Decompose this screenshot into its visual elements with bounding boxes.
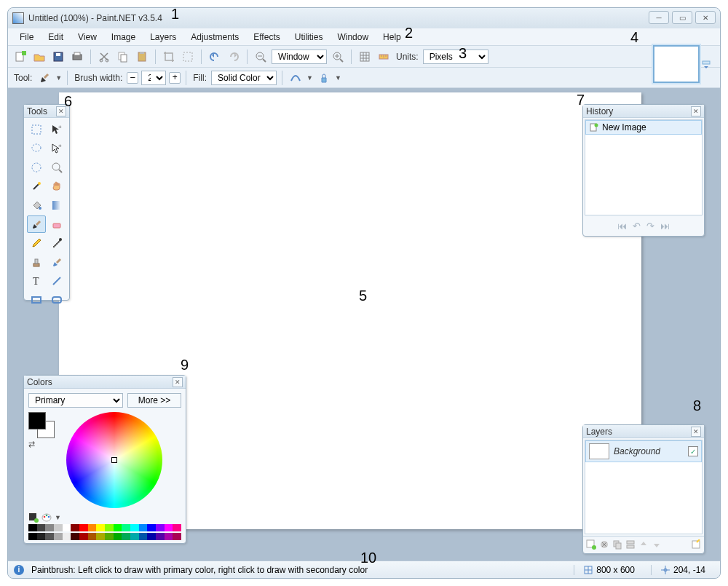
palette-options-icon[interactable] bbox=[41, 512, 52, 523]
menu-utilities[interactable]: Utilities bbox=[288, 30, 331, 44]
copy-icon[interactable] bbox=[115, 49, 131, 65]
colors-panel-close-icon[interactable]: ✕ bbox=[173, 377, 183, 387]
move-selection-tool[interactable]: + bbox=[47, 121, 66, 138]
history-panel: History ✕ New Image ⏮ ↶ ↷ ⏭ bbox=[582, 104, 705, 237]
brush-width-minus[interactable]: − bbox=[127, 72, 138, 84]
move-layer-up-icon[interactable] bbox=[638, 539, 649, 550]
paint-bucket-tool[interactable] bbox=[27, 197, 46, 214]
color-target-select[interactable]: Primary bbox=[28, 393, 123, 408]
history-undo-icon[interactable]: ↶ bbox=[633, 221, 641, 231]
rounded-rectangle-tool[interactable] bbox=[47, 291, 66, 309]
zoom-in-icon[interactable] bbox=[330, 49, 346, 65]
more-colors-button[interactable]: More >> bbox=[127, 393, 181, 408]
history-rewind-icon[interactable]: ⏮ bbox=[617, 221, 627, 231]
blend-mode-icon[interactable] bbox=[316, 70, 332, 86]
layers-panel: Layers ✕ Background ✓ bbox=[582, 424, 705, 554]
undo-icon[interactable] bbox=[207, 49, 223, 65]
history-redo-icon[interactable]: ↷ bbox=[646, 221, 654, 231]
rectangle-shape-tool[interactable] bbox=[27, 291, 46, 309]
history-panel-close-icon[interactable]: ✕ bbox=[691, 106, 701, 116]
svg-point-68 bbox=[44, 516, 46, 518]
layer-visibility-checkbox[interactable]: ✓ bbox=[688, 446, 698, 456]
menu-effects[interactable]: Effects bbox=[246, 30, 287, 44]
lasso-select-tool[interactable] bbox=[27, 140, 46, 157]
paintbrush-tool[interactable] bbox=[27, 215, 46, 233]
paste-icon[interactable] bbox=[134, 49, 150, 65]
annotation-6: 6 bbox=[64, 93, 72, 110]
redo-icon[interactable] bbox=[226, 49, 242, 65]
colors-panel-header[interactable]: Colors ✕ bbox=[24, 376, 186, 389]
merge-down-icon[interactable] bbox=[625, 539, 636, 550]
move-pixels-tool[interactable]: + bbox=[47, 140, 66, 157]
ruler-icon[interactable] bbox=[376, 49, 392, 65]
save-icon[interactable] bbox=[50, 49, 66, 65]
primary-color-swatch[interactable] bbox=[28, 412, 46, 429]
menu-view[interactable]: View bbox=[71, 30, 104, 44]
grid-icon[interactable] bbox=[357, 49, 373, 65]
zoom-mode-select[interactable]: Window bbox=[272, 50, 327, 64]
history-nav: ⏮ ↶ ↷ ⏭ bbox=[583, 217, 704, 234]
units-select[interactable]: Pixels bbox=[423, 50, 488, 64]
close-button[interactable]: ✕ bbox=[695, 11, 716, 24]
layers-panel-header[interactable]: Layers ✕ bbox=[583, 425, 704, 438]
crop-icon[interactable] bbox=[161, 49, 177, 65]
cut-icon[interactable] bbox=[96, 49, 112, 65]
menu-help[interactable]: Help bbox=[376, 30, 408, 44]
palette-row-1[interactable] bbox=[28, 524, 181, 531]
palette-row-2[interactable] bbox=[28, 533, 181, 540]
gradient-tool[interactable] bbox=[47, 197, 66, 214]
zoom-out-icon[interactable] bbox=[253, 49, 269, 65]
current-tool-icon[interactable] bbox=[36, 70, 52, 86]
deselect-icon[interactable] bbox=[180, 49, 196, 65]
color-picker-tool[interactable] bbox=[47, 234, 66, 252]
menu-adjustments[interactable]: Adjustments bbox=[183, 30, 246, 44]
antialias-icon[interactable] bbox=[288, 70, 304, 86]
text-tool[interactable]: T bbox=[27, 272, 46, 290]
maximize-button[interactable]: ▭ bbox=[672, 11, 692, 24]
menu-window[interactable]: Window bbox=[330, 30, 376, 44]
color-wheel[interactable] bbox=[66, 412, 162, 508]
history-forward-icon[interactable]: ⏭ bbox=[660, 221, 670, 231]
brush-width-value[interactable]: 2 bbox=[141, 71, 166, 85]
pencil-tool[interactable] bbox=[27, 234, 46, 252]
rectangle-select-tool[interactable] bbox=[27, 121, 46, 138]
thumbnail-dropdown-icon[interactable] bbox=[702, 60, 711, 68]
menu-layers[interactable]: Layers bbox=[143, 30, 183, 44]
layers-panel-close-icon[interactable]: ✕ bbox=[691, 427, 701, 437]
clone-stamp-tool[interactable] bbox=[27, 253, 46, 271]
tools-panel-header[interactable]: Tools ✕ bbox=[24, 105, 69, 118]
image-thumbnail[interactable] bbox=[653, 45, 700, 83]
duplicate-layer-icon[interactable] bbox=[612, 539, 622, 550]
recolor-tool[interactable] bbox=[47, 253, 66, 271]
zoom-tool[interactable] bbox=[47, 159, 66, 176]
ellipse-select-tool[interactable] bbox=[27, 159, 46, 176]
history-panel-header[interactable]: History ✕ bbox=[583, 105, 704, 118]
layer-thumbnail bbox=[589, 443, 609, 459]
history-item[interactable]: New Image bbox=[585, 120, 702, 135]
menu-file[interactable]: File bbox=[12, 30, 41, 44]
brush-width-plus[interactable]: + bbox=[169, 72, 181, 84]
annotation-4: 4 bbox=[630, 29, 638, 46]
move-layer-down-icon[interactable] bbox=[652, 539, 662, 550]
svg-rect-51 bbox=[52, 297, 61, 303]
svg-line-37 bbox=[59, 170, 62, 173]
line-tool[interactable] bbox=[47, 272, 66, 290]
fill-select[interactable]: Solid Color bbox=[211, 71, 277, 85]
pan-tool[interactable] bbox=[47, 178, 66, 195]
menu-image[interactable]: Image bbox=[104, 30, 143, 44]
add-layer-icon[interactable] bbox=[586, 539, 596, 550]
menu-edit[interactable]: Edit bbox=[41, 30, 71, 44]
swap-colors-icon[interactable]: ⇄ bbox=[28, 440, 60, 449]
dimensions-icon bbox=[583, 565, 593, 575]
layer-row[interactable]: Background ✓ bbox=[585, 440, 702, 462]
color-swatches: ⇄ bbox=[28, 412, 60, 508]
magic-wand-tool[interactable] bbox=[27, 178, 46, 195]
minimize-button[interactable]: ─ bbox=[649, 11, 669, 24]
add-color-icon[interactable] bbox=[28, 512, 39, 523]
open-file-icon[interactable] bbox=[31, 49, 47, 65]
new-file-icon[interactable] bbox=[12, 49, 28, 65]
delete-layer-icon[interactable] bbox=[599, 539, 609, 550]
layer-properties-icon[interactable] bbox=[691, 539, 701, 550]
print-icon[interactable] bbox=[69, 49, 85, 65]
eraser-tool[interactable] bbox=[47, 215, 66, 233]
